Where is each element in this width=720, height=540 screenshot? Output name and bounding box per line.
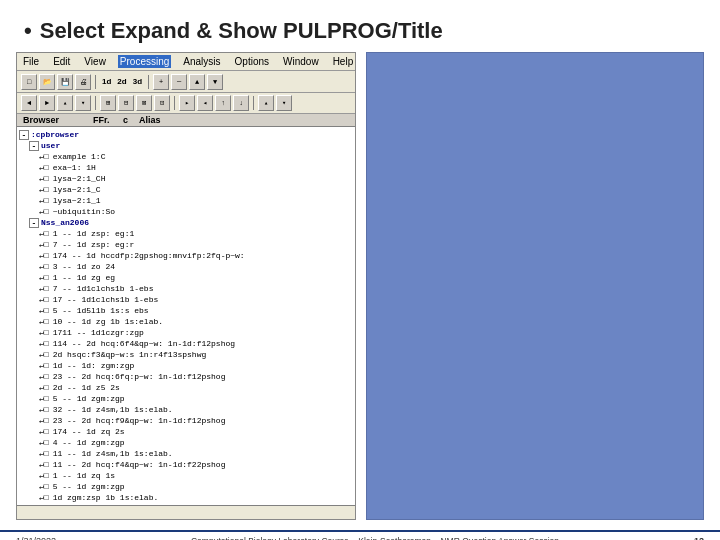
tree-row[interactable]: ↵□ 174 -- 1d zq 2s — [19, 426, 353, 437]
tree-row[interactable]: ↵□ 1 -- 1d zq 1s — [19, 470, 353, 481]
expand-icon-nss[interactable]: - — [29, 218, 39, 228]
toolbar2-btn-3[interactable]: ▴ — [57, 95, 73, 111]
menu-bar: File Edit View Processing Analysis Optio… — [17, 53, 355, 71]
tree-row[interactable]: ↵□ example 1:C — [19, 151, 353, 162]
tree-row[interactable]: ↵□ 1 -- 1d zg eg — [19, 272, 353, 283]
tree-row[interactable]: ↵□ 7 -- 1d zsp: eg:r — [19, 239, 353, 250]
tree-arrow: ↵□ — [39, 251, 49, 260]
menu-options[interactable]: Options — [233, 55, 271, 68]
tree-row[interactable]: ↵□ lysa~2:1_C — [19, 184, 353, 195]
toolbar2-btn-2[interactable]: ► — [39, 95, 55, 111]
toolbar-btn-save[interactable]: 💾 — [57, 74, 73, 90]
expand-icon-1[interactable]: - — [29, 141, 39, 151]
tree-node-label: 5 -- 1d5l1b 1s:s ebs — [53, 306, 149, 315]
tree-node-label: 11 -- 1d z4sm,1b 1s:elab. — [53, 449, 173, 458]
tree-node-label: 174 -- 1d zq 2s — [53, 427, 125, 436]
menu-file[interactable]: File — [21, 55, 41, 68]
toolbar-2: ◄ ► ▴ ▾ ⊞ ⊟ ⊠ ⊡ ▸ ◂ ↑ ↓ ▴ ▾ — [17, 93, 355, 114]
tree-arrow: ↵□ — [39, 350, 49, 359]
tree-node-label-0: :cpbrowser — [31, 130, 79, 139]
tree-row[interactable]: ↵□ 5 -- 1d zgm:zgp — [19, 393, 353, 404]
tree-row[interactable]: ↵□ 1d zgm:zsp 1b 1s:elab. — [19, 492, 353, 503]
tree-node-label: 114 -- 2d hcq:6f4&qp~w: 1n-1d:f12pshog — [53, 339, 235, 348]
toolbar-btn-plus[interactable]: + — [153, 74, 169, 90]
tree-row[interactable]: ↵□ lysa~2:1_CH — [19, 173, 353, 184]
menu-window[interactable]: Window — [281, 55, 321, 68]
tree-row[interactable]: ↵□ 32 -- 1d z4sm,1b 1s:elab. — [19, 404, 353, 415]
tree-row[interactable]: ↵□ 10 -- 1d zg 1b 1s:elab. — [19, 316, 353, 327]
menu-view[interactable]: View — [82, 55, 108, 68]
tree-row[interactable]: ↵□ 17 -- 1d1clchs1b 1-ebs — [19, 294, 353, 305]
tree-row[interactable]: ↵□ ~ubiquitin:So — [19, 206, 353, 217]
toolbar-btn-new[interactable]: □ — [21, 74, 37, 90]
toolbar-btn-minus[interactable]: ─ — [171, 74, 187, 90]
tree-arrow: ↵□ — [39, 427, 49, 436]
tree-row[interactable]: ↵□ 2d hsqc:f3&qp~w:s 1n:r4f13spshwg — [19, 349, 353, 360]
menu-help[interactable]: Help — [331, 55, 356, 68]
col-alias: Alias — [135, 115, 353, 125]
toolbar2-btn-12[interactable]: ↓ — [233, 95, 249, 111]
menu-edit[interactable]: Edit — [51, 55, 72, 68]
tree-node-label: 3 -- 1d zo 24 — [53, 262, 115, 271]
menu-analysis[interactable]: Analysis — [181, 55, 222, 68]
tree-arrow: ↵□ — [39, 196, 49, 205]
toolbar2-sep-2 — [174, 96, 175, 110]
tree-arrow: ↵□ — [39, 438, 49, 447]
toolbar2-btn-14[interactable]: ▾ — [276, 95, 292, 111]
tree-row[interactable]: ↵□ 114 -- 2d hcq:6f4&qp~w: 1n-1d:f12psho… — [19, 338, 353, 349]
tree-row[interactable]: ↵□ 23 -- 2d hcq:f9&qp~w: 1n-1d:f12pshog — [19, 415, 353, 426]
tree-node-label: 11 -- 2d hcq:f4&qp~w: 1n-1d:f22pshog — [53, 460, 226, 469]
tree-row[interactable]: - Nss_an2006 — [19, 217, 353, 228]
toolbar2-btn-9[interactable]: ▸ — [179, 95, 195, 111]
tree-row[interactable]: ↵□ 3 -- 1d zo 24 — [19, 261, 353, 272]
toolbar-3d-label: 3d — [131, 77, 144, 86]
expand-icon-0[interactable]: - — [19, 130, 29, 140]
col-ffr: FFr. — [89, 115, 119, 125]
tree-row[interactable]: ↵□ 174 -- 1d hccdfp:2gpshog:mnvifp:2fq-p… — [19, 250, 353, 261]
toolbar2-btn-11[interactable]: ↑ — [215, 95, 231, 111]
toolbar-btn-open[interactable]: 📂 — [39, 74, 55, 90]
toolbar-btn-print[interactable]: 🖨 — [75, 74, 91, 90]
toolbar2-btn-8[interactable]: ⊡ — [154, 95, 170, 111]
toolbar2-btn-7[interactable]: ⊠ — [136, 95, 152, 111]
toolbar-sep-1 — [95, 75, 96, 89]
tree-row[interactable]: ↵□ 1d -- 1d: zgm:zgp — [19, 360, 353, 371]
toolbar2-btn-4[interactable]: ▾ — [75, 95, 91, 111]
toolbar2-btn-13[interactable]: ▴ — [258, 95, 274, 111]
tree-row[interactable]: ↵□ 1711 -- 1d1czgr:zgp — [19, 327, 353, 338]
tree-row[interactable]: ↵□ 11 -- 2d hcq:f4&qp~w: 1n-1d:f22pshog — [19, 459, 353, 470]
footer-page: 12 — [694, 536, 704, 540]
tree-row[interactable]: ↵□ 7 -- 1d1clchs1b 1-ebs — [19, 283, 353, 294]
tree-row[interactable]: ↵□ 2d -- 1d z5 2s — [19, 382, 353, 393]
tree-node-label: lysa~2:1_1 — [53, 196, 101, 205]
app-statusbar — [17, 505, 355, 519]
tree-arrow: ↵□ — [39, 262, 49, 271]
toolbar2-btn-5[interactable]: ⊞ — [100, 95, 116, 111]
tree-row[interactable]: ↵□ 4 -- 1d zgm:zgp — [19, 437, 353, 448]
menu-processing[interactable]: Processing — [118, 55, 171, 68]
tree-row[interactable]: - user — [19, 140, 353, 151]
tree-arrow: ↵□ — [39, 284, 49, 293]
toolbar2-btn-10[interactable]: ◂ — [197, 95, 213, 111]
tree-row[interactable]: ↵□ exa~1: 1H — [19, 162, 353, 173]
right-panel — [366, 52, 704, 520]
tree-area[interactable]: - :cpbrowser - user ↵□ example 1:C — [17, 127, 355, 505]
tree-row[interactable]: ↵□ 11 -- 1d z4sm,1b 1s:elab. — [19, 448, 353, 459]
tree-arrow: ↵□ — [39, 229, 49, 238]
tree-row[interactable]: ↵□ 5 -- 1d zgm:zgp — [19, 481, 353, 492]
tree-row[interactable]: ↵□ 23 -- 2d hcq:6fq:p~w: 1n-1d:f12pshog — [19, 371, 353, 382]
tree-node-label: 7 -- 1d zsp: eg:r — [53, 240, 135, 249]
tree-row[interactable]: ↵□ lysa~2:1_1 — [19, 195, 353, 206]
tree-node-label: 32 -- 1d z4sm,1b 1s:elab. — [53, 405, 173, 414]
toolbar2-btn-6[interactable]: ⊟ — [118, 95, 134, 111]
toolbar-btn-down[interactable]: ▼ — [207, 74, 223, 90]
toolbar-btn-up[interactable]: ▲ — [189, 74, 205, 90]
col-c: c — [119, 115, 135, 125]
tree-node-label: 23 -- 2d hcq:6fq:p~w: 1n-1d:f12pshog — [53, 372, 226, 381]
tree-row[interactable]: ↵□ 1 -- 1d zsp: eg:1 — [19, 228, 353, 239]
tree-row[interactable]: ↵□ 5 -- 1d5l1b 1s:s ebs — [19, 305, 353, 316]
title-bullet: • — [24, 18, 32, 44]
toolbar2-btn-1[interactable]: ◄ — [21, 95, 37, 111]
tree-row[interactable]: - :cpbrowser — [19, 129, 353, 140]
tree-arrow: ↵□ — [39, 240, 49, 249]
